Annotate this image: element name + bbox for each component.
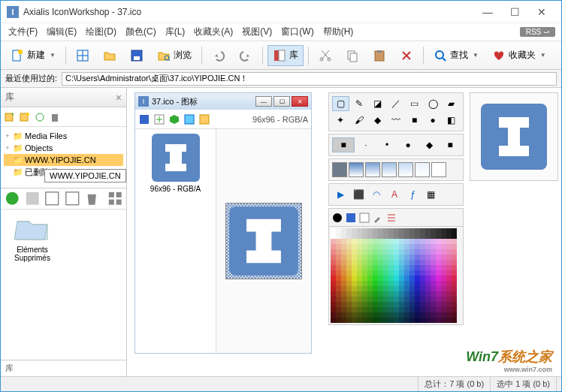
palette-cell[interactable] xyxy=(409,312,415,318)
save-button[interactable] xyxy=(125,45,149,66)
palette-cell[interactable] xyxy=(378,297,383,302)
palette-cell[interactable] xyxy=(446,291,452,297)
palette-cell[interactable] xyxy=(357,228,362,234)
palette-cell[interactable] xyxy=(331,265,336,270)
palette-cell[interactable] xyxy=(383,312,388,318)
palette-cell[interactable] xyxy=(420,228,425,234)
palette-cell[interactable] xyxy=(388,244,394,249)
palette-cell[interactable] xyxy=(362,260,367,265)
palette-cell[interactable] xyxy=(452,228,457,234)
palette-cell[interactable] xyxy=(362,249,367,255)
palette-cell[interactable] xyxy=(383,276,388,281)
palette-cell[interactable] xyxy=(383,244,388,249)
palette-cell[interactable] xyxy=(341,228,346,234)
palette-cell[interactable] xyxy=(431,307,436,312)
palette-cell[interactable] xyxy=(357,307,362,312)
palette-cell[interactable] xyxy=(409,286,415,291)
eyedropper-icon[interactable] xyxy=(373,213,383,223)
palette-cell[interactable] xyxy=(331,297,336,302)
palette-cell[interactable] xyxy=(404,297,409,302)
palette-cell[interactable] xyxy=(336,265,341,270)
palette-cell[interactable] xyxy=(388,228,394,234)
palette-cell[interactable] xyxy=(404,276,409,281)
shape-tool[interactable]: ⬛ xyxy=(350,187,367,202)
palette-cell[interactable] xyxy=(409,234,415,239)
palette-add-icon[interactable] xyxy=(359,213,370,223)
palette-cell[interactable] xyxy=(446,281,452,286)
palette-cell[interactable] xyxy=(352,276,357,281)
tree-item[interactable]: +📁Objects xyxy=(4,142,123,154)
palette-cell[interactable] xyxy=(446,234,452,239)
menu-view[interactable]: 视图(V) xyxy=(237,23,276,41)
palette-cell[interactable] xyxy=(394,286,399,291)
palette-cell[interactable] xyxy=(394,276,399,281)
palette-cell[interactable] xyxy=(441,270,446,276)
palette-cell[interactable] xyxy=(404,307,409,312)
palette-cell[interactable] xyxy=(373,318,378,323)
palette-cell[interactable] xyxy=(383,281,388,286)
palette-cell[interactable] xyxy=(352,255,357,260)
lib-tool-icon[interactable] xyxy=(4,190,21,207)
palette-cell[interactable] xyxy=(341,244,346,249)
palette-cell[interactable] xyxy=(436,312,441,318)
palette-cell[interactable] xyxy=(436,318,441,323)
palette-cell[interactable] xyxy=(367,244,373,249)
palette-cell[interactable] xyxy=(346,297,352,302)
palette-cell[interactable] xyxy=(341,307,346,312)
palette-cell[interactable] xyxy=(341,286,346,291)
palette-cell[interactable] xyxy=(409,297,415,302)
palette-cell[interactable] xyxy=(373,239,378,244)
palette-cell[interactable] xyxy=(331,291,336,297)
palette-cell[interactable] xyxy=(346,228,352,234)
palette-cell[interactable] xyxy=(425,291,431,297)
palette-cell[interactable] xyxy=(394,312,399,318)
palette-cell[interactable] xyxy=(452,302,457,307)
doc-maximize-button[interactable]: ☐ xyxy=(273,96,290,107)
palette-cell[interactable] xyxy=(367,234,373,239)
palette-cell[interactable] xyxy=(336,244,341,249)
palette-cell[interactable] xyxy=(420,286,425,291)
palette-cell[interactable] xyxy=(431,255,436,260)
palette-cell[interactable] xyxy=(436,270,441,276)
delete-button[interactable] xyxy=(394,45,418,66)
size-2[interactable]: • xyxy=(377,137,397,152)
palette-cell[interactable] xyxy=(373,249,378,255)
palette-cell[interactable] xyxy=(336,260,341,265)
palette-cell[interactable] xyxy=(409,307,415,312)
palette-cell[interactable] xyxy=(388,270,394,276)
palette-cell[interactable] xyxy=(378,312,383,318)
palette-cell[interactable] xyxy=(367,312,373,318)
palette-cell[interactable] xyxy=(357,239,362,244)
palette-cell[interactable] xyxy=(346,307,352,312)
palette-cell[interactable] xyxy=(452,239,457,244)
palette-cell[interactable] xyxy=(362,302,367,307)
palette-cell[interactable] xyxy=(436,281,441,286)
size-5[interactable]: ■ xyxy=(440,137,460,152)
text-tool[interactable]: A xyxy=(386,187,403,202)
palette-cell[interactable] xyxy=(420,312,425,318)
palette-cell[interactable] xyxy=(441,286,446,291)
doc-export-icon[interactable] xyxy=(198,113,210,125)
palette-cell[interactable] xyxy=(346,239,352,244)
palette-cell[interactable] xyxy=(420,276,425,281)
pencil-tool[interactable]: ✎ xyxy=(351,96,368,111)
palette-cell[interactable] xyxy=(404,255,409,260)
palette-cell[interactable] xyxy=(378,270,383,276)
palette-cell[interactable] xyxy=(446,255,452,260)
color-palette[interactable] xyxy=(328,226,464,325)
palette-cell[interactable] xyxy=(373,228,378,234)
palette-cell[interactable] xyxy=(452,307,457,312)
palette-cell[interactable] xyxy=(446,276,452,281)
palette-cell[interactable] xyxy=(373,302,378,307)
palette-cell[interactable] xyxy=(336,281,341,286)
swatch[interactable] xyxy=(365,162,380,177)
palette-cell[interactable] xyxy=(409,255,415,260)
palette-cell[interactable] xyxy=(431,239,436,244)
palette-cell[interactable] xyxy=(388,239,394,244)
palette-cell[interactable] xyxy=(383,270,388,276)
palette-cell[interactable] xyxy=(388,281,394,286)
palette-cell[interactable] xyxy=(415,291,420,297)
palette-cell[interactable] xyxy=(404,318,409,323)
palette-cell[interactable] xyxy=(452,260,457,265)
palette-cell[interactable] xyxy=(420,255,425,260)
